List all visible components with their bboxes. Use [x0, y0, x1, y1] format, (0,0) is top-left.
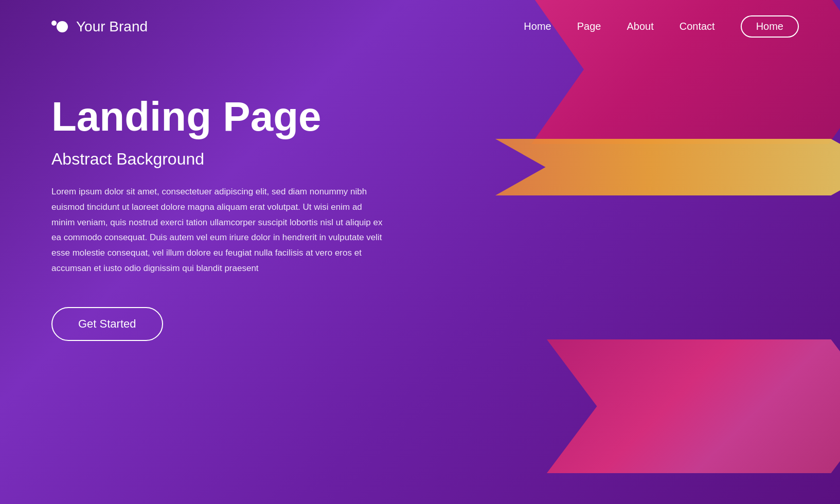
hero-section: Landing Page Abstract Background Lorem i…: [0, 53, 437, 341]
nav-page[interactable]: Page: [577, 21, 601, 32]
brand-icon: [51, 21, 70, 33]
nav-contact[interactable]: Contact: [680, 21, 715, 32]
hero-title: Landing Page: [51, 94, 386, 139]
brand-logo[interactable]: Your Brand: [51, 19, 148, 35]
navbar: Your Brand Home Page About Contact Home: [0, 0, 840, 53]
brand-dot-large: [57, 21, 68, 32]
hero-body: Lorem ipsum dolor sit amet, consectetuer…: [51, 184, 386, 276]
hero-subtitle: Abstract Background: [51, 150, 386, 169]
nav-home-active[interactable]: Home: [741, 15, 799, 38]
cta-button[interactable]: Get Started: [51, 307, 163, 341]
brand-dot-small: [51, 21, 57, 26]
page-content: Your Brand Home Page About Contact Home …: [0, 0, 840, 504]
nav-about[interactable]: About: [627, 21, 653, 32]
nav-home[interactable]: Home: [524, 21, 551, 32]
nav-links: Home Page About Contact Home: [524, 15, 799, 38]
brand-name: Your Brand: [76, 19, 148, 35]
